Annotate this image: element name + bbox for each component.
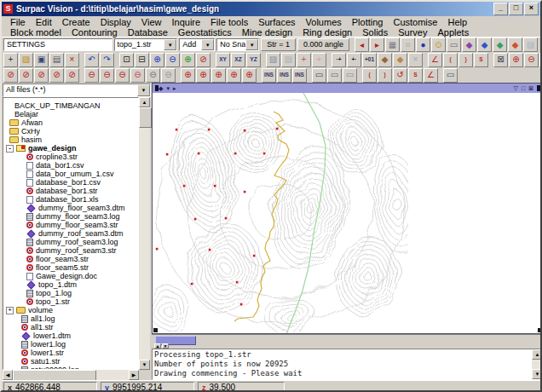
delete-point-all-icon[interactable]: ⊘ [65,68,79,83]
dtm-solid-icon[interactable]: ◆ [462,37,476,52]
segment-arc-icon[interactable]: ( [443,53,458,67]
layer-combo[interactable]: topo_1.str ▼ [114,38,178,51]
file-filter-combo[interactable]: All files (*.*) ▼ [3,84,151,97]
save-file-icon[interactable]: ▣ [34,53,49,67]
lamp-off-icon[interactable]: ○ [401,37,415,52]
scroll-right-icon[interactable]: ▶ [129,370,139,380]
tree-item-satu1-str[interactable]: satu1.str [4,357,138,366]
minimize-button[interactable]: _ [493,3,508,15]
menu-create[interactable]: Create [57,17,95,27]
view-xy-icon[interactable]: XY [216,53,230,67]
tree-item-lower1-log[interactable]: lower1.log [4,340,138,349]
insert-point-segment-icon[interactable]: ⊕ [211,68,226,83]
resize-grip[interactable] [537,85,540,91]
tree-item-floor-seam3-str[interactable]: floor_seam3.str [4,255,138,263]
delete-point-icon[interactable]: ⊘ [3,68,18,83]
scroll-left-icon[interactable]: ◀ [3,370,13,380]
menu-volumes[interactable]: Volumes [301,17,347,27]
menu-file-tools[interactable]: File tools [205,17,253,27]
animation-back-icon[interactable]: ◂ [355,37,369,52]
profile-input[interactable]: SETTINGS [3,38,112,51]
menu-plotting[interactable]: Plotting [347,17,389,27]
tree-item-database-bor1-str[interactable]: database_bor1.str [4,187,138,195]
insert-point-string-icon[interactable]: ⊕ [227,68,241,83]
tree-item-belajar[interactable]: Belajar [4,110,138,118]
dtm-multi-icon[interactable]: ◆ [493,37,507,52]
ball-render-icon[interactable]: ● [416,37,430,52]
tree-item-topo-1-log[interactable]: topo_1.log [4,289,138,297]
menu-ring-design[interactable]: Ring design [297,27,357,37]
zoom-out-icon[interactable]: ⊖ [165,53,180,67]
tree-item-lower1-str[interactable]: lower1.str [4,349,138,357]
arc-ccw-icon[interactable]: ) [378,68,392,83]
maximize-window-icon[interactable]: □ [522,84,525,93]
segment-spline-icon[interactable]: S [474,53,488,67]
scroll-up-icon[interactable]: ▲ [532,349,542,360]
undo-icon[interactable]: ↶ [84,53,99,67]
zoom-window-in-icon[interactable]: ⊡ [119,53,134,67]
menu-edit[interactable]: Edit [31,17,57,27]
graphics-window-header[interactable]: ◆▾▸ ▽□⊠ [153,84,542,93]
menu-solids[interactable]: Solids [357,27,393,37]
menu-display[interactable]: Display [95,17,136,27]
chevron-down-icon[interactable]: ▼ [245,39,258,50]
locate-point-icon[interactable]: +· [347,53,361,67]
menu-inquire[interactable]: Inquire [166,17,205,27]
tree-item-back-up-timbangan[interactable]: BACK_UP_TIMBANGAN [4,101,138,110]
snap-combo[interactable]: No Snap ▼ [216,38,259,51]
tree-item-afwan[interactable]: Afwan [4,118,138,127]
tree-item-dummy-floor-seam3-log[interactable]: dummy_floor_seam3.log [4,212,138,221]
menu-mine-design[interactable]: Mine design [237,27,297,37]
tree-item-dummy-roof-seam3-str[interactable]: dummy_roof_seam3.str [4,246,138,255]
view-yz-icon[interactable]: YZ [246,53,261,67]
new-window-icon[interactable]: ▭ [312,68,326,83]
string-indicator[interactable]: Str = 1 [261,38,296,51]
scroll-down-icon[interactable]: ▼ [532,369,542,379]
tree-item-database-bor1-xls[interactable]: database_bor1.xls [4,195,138,204]
properties-window-icon[interactable]: ▭ [443,68,458,83]
pan-window-icon[interactable]: ▭ [343,68,357,83]
tree-item-volume[interactable]: +volume [4,306,138,314]
segment-curve-icon[interactable]: ) [458,53,473,67]
scroll-up-icon[interactable]: ▲ [139,97,150,107]
menu-applets[interactable]: Applets [432,27,474,37]
print-icon[interactable]: ▤ [49,53,64,67]
zoom-window-out-icon[interactable]: ⊟ [135,53,149,67]
file-tree-vscrollbar[interactable]: ▲ ▼ [139,97,150,370]
tree-item-floor-seam5-str[interactable]: floor_seam5.str [4,263,138,272]
remove-dtm-triangle-icon[interactable]: ⊖ [161,68,176,83]
tree-item-database-bor1-csv[interactable]: database_bor1.csv [4,178,138,187]
arc-fillet-icon[interactable]: ↺ [393,68,407,83]
zoom-in-icon[interactable]: ⊕ [150,53,164,67]
animation-play-icon[interactable]: ▸ [370,37,384,52]
graphics-hscrollbar[interactable] [152,334,542,344]
timber-b-icon[interactable]: ◆ [393,53,407,67]
tree-item-dummy-floor-seam3-str[interactable]: dummy_floor_seam3.str [4,221,138,229]
insert-point-all-icon[interactable]: ⊕ [242,68,257,83]
tree-item-topo-1-str[interactable]: topo_1.str [4,297,138,306]
collapse-icon[interactable]: - [6,145,14,153]
chevron-down-icon[interactable]: ▼ [201,39,214,50]
tree-item-dummy-roof-seam3-log[interactable]: dummy_roof_seam3.log [4,238,138,246]
cancel-icon[interactable]: × [408,53,423,67]
rollup-icon[interactable]: ▽ [514,84,518,93]
scroll-down-icon[interactable]: ▼ [139,360,150,370]
axes-icon[interactable]: + [3,53,18,67]
tree-item-data-bor-umum-1-csv[interactable]: data_bor_umum_1.csv [4,170,138,178]
close-button[interactable]: × [524,3,539,15]
create-point-icon[interactable]: ·+ [332,53,346,67]
tree-item-dummy-floor-seam3-dtm[interactable]: dummy_floor_seam3.dtm [4,204,138,212]
remove-dtm-icon[interactable]: ⊖ [146,68,160,83]
remove-segment-icon[interactable]: ⊖ [130,68,145,83]
zoom-data-extents-icon[interactable]: ⊕ [181,53,195,67]
delete-point-segment-icon[interactable]: ⊘ [34,68,49,83]
expand-icon[interactable]: + [6,307,14,314]
detach-icon[interactable]: ▸ [173,84,176,93]
tree-item-gawe-design-doc[interactable]: Gawe_design.doc [4,272,138,280]
dtm-rainbow-icon[interactable]: ◆ [508,37,522,52]
select-point-dim-icon[interactable]: + [312,53,326,67]
zoom-previous-icon[interactable]: ⊘ [196,53,210,67]
close-window-icon[interactable]: ⊠ [528,84,533,93]
menu-block-model[interactable]: Block model [5,27,66,37]
arc-tangent-icon[interactable]: S [408,68,423,83]
